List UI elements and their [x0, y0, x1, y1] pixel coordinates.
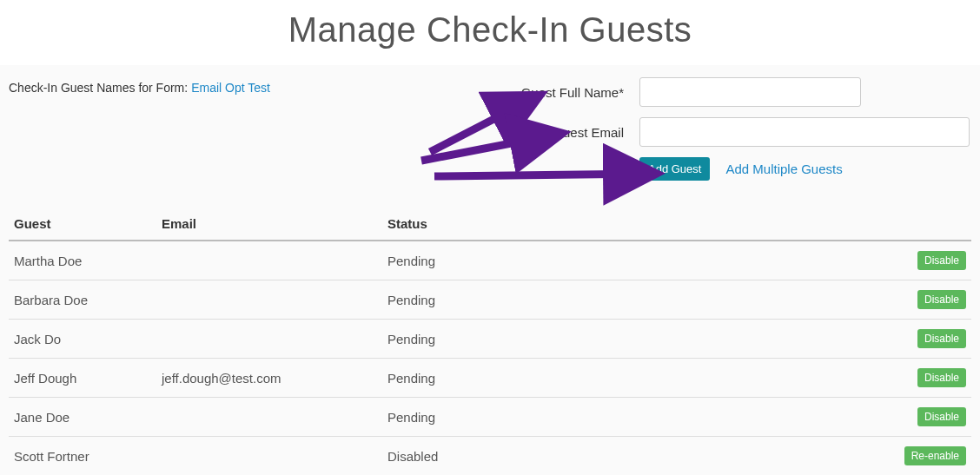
disable-button[interactable]: Disable [917, 368, 966, 387]
guest-name-cell: Martha Doe [9, 241, 156, 280]
guest-name-cell: Jane Doe [9, 398, 156, 437]
form-name-link[interactable]: Email Opt Test [191, 81, 270, 95]
guest-name-cell: Scott Fortner [9, 437, 156, 476]
guest-email-input[interactable] [639, 117, 970, 147]
col-header-email: Email [156, 208, 382, 241]
add-multiple-guests-link[interactable]: Add Multiple Guests [725, 162, 842, 176]
guest-status-cell: Pending [382, 359, 893, 398]
table-row: Barbara DoePendingDisable [9, 280, 971, 320]
page-title: Manage Check-In Guests [0, 0, 980, 65]
guest-status-cell: Pending [382, 320, 893, 359]
guest-name-row: Guest Full Name* [483, 77, 970, 107]
guest-status-cell: Pending [382, 280, 893, 320]
guest-name-label: Guest Full Name* [483, 85, 639, 100]
guest-email-cell [156, 280, 382, 320]
table-row: Jeff Doughjeff.dough@test.comPendingDisa… [9, 359, 971, 398]
guest-name-cell: Jeff Dough [9, 359, 156, 398]
disable-button[interactable]: Disable [917, 329, 966, 348]
table-row: Martha DoePendingDisable [9, 241, 971, 280]
guest-email-row: Guest Email [483, 117, 970, 147]
guest-name-input[interactable] [639, 77, 861, 107]
form-intro-label: Check-In Guest Names for Form: [9, 81, 188, 95]
guest-action-cell: Re-enable [893, 437, 971, 476]
table-row: Scott FortnerDisabledRe-enable [9, 437, 971, 476]
guest-status-cell: Disabled [382, 437, 893, 476]
add-guest-form: Guest Full Name* Guest Email Add Guest A… [483, 77, 970, 181]
col-header-guest: Guest [9, 208, 156, 241]
re-enable-button[interactable]: Re-enable [904, 446, 966, 465]
guest-action-cell: Disable [893, 398, 971, 437]
table-row: Jane DoePendingDisable [9, 398, 971, 437]
add-guest-button[interactable]: Add Guest [639, 157, 710, 181]
guest-email-cell [156, 241, 382, 280]
guest-name-cell: Barbara Doe [9, 280, 156, 320]
main-panel: Check-In Guest Names for Form: Email Opt… [0, 65, 980, 475]
guest-name-cell: Jack Do [9, 320, 156, 359]
guest-action-cell: Disable [893, 241, 971, 280]
guest-email-cell [156, 398, 382, 437]
guest-email-cell [156, 437, 382, 476]
form-actions: Add Guest Add Multiple Guests [483, 157, 970, 181]
col-header-status: Status [382, 208, 893, 241]
guest-action-cell: Disable [893, 359, 971, 398]
guest-table: Guest Email Status Martha DoePendingDisa… [9, 208, 971, 475]
disable-button[interactable]: Disable [917, 251, 966, 270]
col-header-action [893, 208, 971, 241]
table-row: Jack DoPendingDisable [9, 320, 971, 359]
table-header-row: Guest Email Status [9, 208, 971, 241]
guest-action-cell: Disable [893, 280, 971, 320]
guest-status-cell: Pending [382, 241, 893, 280]
guest-email-cell [156, 320, 382, 359]
guest-email-label: Guest Email [483, 125, 639, 140]
guest-status-cell: Pending [382, 398, 893, 437]
guest-action-cell: Disable [893, 320, 971, 359]
disable-button[interactable]: Disable [917, 290, 966, 309]
guest-email-cell: jeff.dough@test.com [156, 359, 382, 398]
disable-button[interactable]: Disable [917, 407, 966, 426]
